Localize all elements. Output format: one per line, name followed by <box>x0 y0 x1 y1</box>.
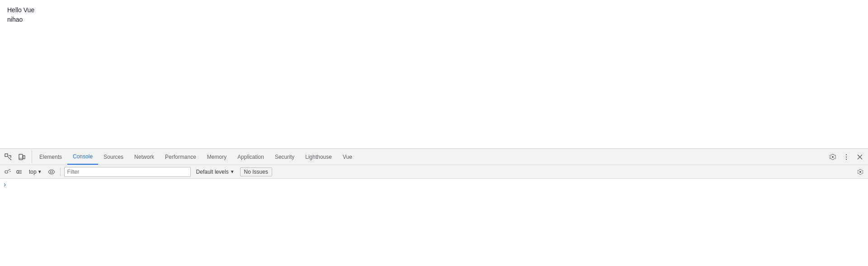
tab-network[interactable]: Network <box>129 149 160 165</box>
no-issues-badge[interactable]: No Issues <box>240 167 272 176</box>
console-toolbar: top ▼ Default levels ▼ No Issues <box>0 165 868 179</box>
dropdown-arrow-icon: ▼ <box>38 169 42 174</box>
close-devtools-button[interactable] <box>854 151 866 163</box>
page-text-line1: Hello Vue <box>7 5 861 15</box>
toolbar-separator <box>60 168 61 176</box>
svg-point-5 <box>846 156 847 157</box>
svg-point-12 <box>17 171 19 173</box>
svg-point-17 <box>50 171 52 173</box>
devtools-tabs: Elements Console Sources Network Perform… <box>34 149 826 165</box>
page-text-line2: nihao <box>7 15 861 24</box>
default-levels-button[interactable]: Default levels ▼ <box>193 168 238 176</box>
more-options-button[interactable] <box>840 151 853 163</box>
tab-lighthouse[interactable]: Lighthouse <box>300 149 337 165</box>
svg-rect-1 <box>19 154 23 160</box>
console-toolbar-right <box>855 167 865 177</box>
devtools-toolbar: Elements Console Sources Network Perform… <box>0 149 868 165</box>
filter-toggle-button[interactable] <box>14 167 24 177</box>
devtools-right-icons <box>826 151 866 163</box>
inspect-element-button[interactable] <box>2 151 14 163</box>
clear-console-button[interactable] <box>3 167 13 177</box>
prompt-chevron-icon: › <box>4 180 6 189</box>
filter-input[interactable] <box>67 169 188 175</box>
tab-memory[interactable]: Memory <box>202 149 232 165</box>
levels-arrow-icon: ▼ <box>230 169 235 174</box>
console-body: › <box>0 179 868 266</box>
tab-vue[interactable]: Vue <box>337 149 358 165</box>
devtools-left-icons <box>2 151 32 163</box>
device-toolbar-button[interactable] <box>15 151 28 163</box>
eye-icon-button[interactable] <box>47 167 57 177</box>
tab-application[interactable]: Application <box>232 149 269 165</box>
svg-rect-0 <box>5 154 8 157</box>
console-settings-button[interactable] <box>855 167 865 177</box>
tab-security[interactable]: Security <box>269 149 300 165</box>
svg-point-9 <box>5 171 8 173</box>
context-dropdown[interactable]: top ▼ <box>26 168 45 176</box>
svg-point-4 <box>846 154 847 155</box>
svg-line-10 <box>8 169 11 171</box>
svg-point-6 <box>846 158 847 159</box>
settings-button[interactable] <box>826 151 839 163</box>
console-prompt[interactable]: › <box>4 180 864 189</box>
tab-sources[interactable]: Sources <box>98 149 129 165</box>
tab-elements[interactable]: Elements <box>34 149 67 165</box>
tab-performance[interactable]: Performance <box>160 149 202 165</box>
filter-input-wrapper[interactable] <box>64 167 191 177</box>
devtools-panel: Elements Console Sources Network Perform… <box>0 148 868 266</box>
svg-rect-2 <box>23 156 25 159</box>
tab-console[interactable]: Console <box>67 149 98 165</box>
